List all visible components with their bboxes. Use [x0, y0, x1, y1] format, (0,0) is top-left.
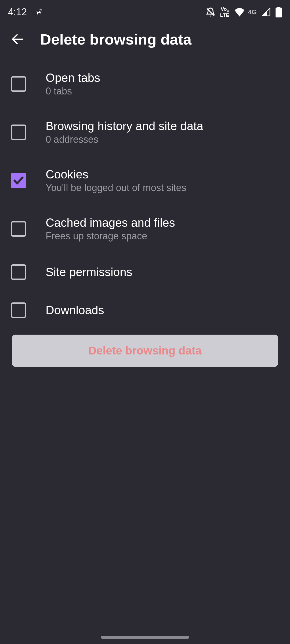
option-subtitle: Frees up storage space: [46, 230, 175, 242]
wifi-icon: [234, 8, 245, 17]
notifications-off-icon: [206, 7, 215, 17]
checkbox-site-permissions[interactable]: [11, 264, 26, 280]
network-4g-label: 4G: [248, 8, 257, 16]
option-title: Cookies: [46, 168, 186, 181]
clap-icon: [34, 8, 43, 16]
options-list: Open tabs 0 tabs Browsing history and si…: [0, 57, 290, 329]
back-button[interactable]: [8, 30, 27, 49]
option-title: Downloads: [46, 303, 104, 317]
arrow-left-icon: [10, 32, 25, 47]
option-title: Browsing history and site data: [46, 119, 203, 133]
option-cookies[interactable]: Cookies You'll be logged out of most sit…: [0, 156, 290, 205]
option-site-permissions[interactable]: Site permissions: [0, 253, 290, 291]
delete-button[interactable]: Delete browsing data: [12, 335, 278, 367]
option-title: Open tabs: [46, 71, 100, 85]
svg-rect-4: [277, 7, 280, 8]
checkbox-open-tabs[interactable]: [11, 76, 26, 92]
signal-icon: [262, 8, 271, 17]
gesture-bar[interactable]: [101, 636, 189, 639]
checkbox-cached-images[interactable]: [11, 221, 26, 237]
status-bar: 4:12 Vo)) LTE 4G: [0, 0, 290, 24]
option-subtitle: 0 addresses: [46, 134, 203, 145]
volte-icon: Vo)) LTE: [220, 6, 229, 18]
svg-point-1: [41, 9, 42, 10]
option-title: Site permissions: [46, 265, 132, 279]
delete-button-label: Delete browsing data: [88, 344, 202, 357]
page-title: Delete browsing data: [40, 31, 191, 48]
option-cached-images[interactable]: Cached images and files Frees up storage…: [0, 205, 290, 253]
option-open-tabs[interactable]: Open tabs 0 tabs: [0, 60, 290, 108]
header: Delete browsing data: [0, 24, 290, 57]
checkbox-downloads[interactable]: [11, 302, 26, 318]
status-left: 4:12: [8, 6, 43, 18]
option-browsing-history[interactable]: Browsing history and site data 0 address…: [0, 108, 290, 156]
option-title: Cached images and files: [46, 216, 175, 229]
checkbox-cookies[interactable]: [11, 173, 26, 188]
option-subtitle: 0 tabs: [46, 86, 100, 97]
option-downloads[interactable]: Downloads: [0, 291, 290, 329]
svg-rect-3: [276, 8, 282, 17]
status-time: 4:12: [8, 6, 27, 18]
svg-point-0: [39, 9, 41, 10]
battery-icon: [276, 7, 282, 17]
option-subtitle: You'll be logged out of most sites: [46, 182, 186, 193]
checkmark-icon: [13, 175, 24, 186]
status-right: Vo)) LTE 4G: [206, 6, 282, 18]
checkbox-browsing-history[interactable]: [11, 125, 26, 140]
